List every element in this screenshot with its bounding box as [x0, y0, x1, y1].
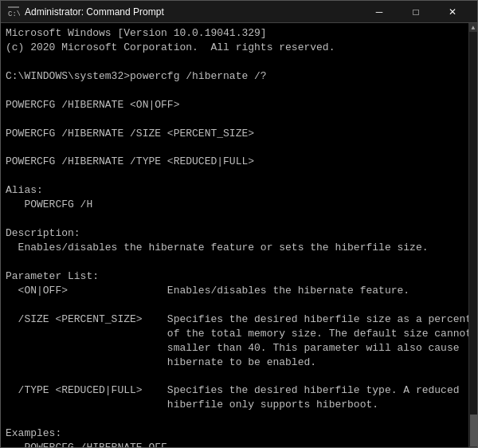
- close-button[interactable]: ✕: [434, 1, 471, 23]
- svg-text:C:\_: C:\_: [8, 10, 20, 18]
- command-prompt-window: C:\_ Administrator: Command Prompt ─ □ ✕…: [0, 0, 478, 448]
- scrollbar-thumb[interactable]: [470, 415, 477, 446]
- scroll-up-arrow[interactable]: ▲: [469, 23, 478, 32]
- window-controls: ─ □ ✕: [361, 1, 471, 23]
- minimize-button[interactable]: ─: [361, 1, 398, 23]
- title-bar: C:\_ Administrator: Command Prompt ─ □ ✕: [1, 1, 477, 23]
- window-title: Administrator: Command Prompt: [25, 6, 361, 18]
- scroll-down-arrow[interactable]: ▼: [469, 446, 478, 447]
- terminal-area: Microsoft Windows [Version 10.0.19041.32…: [1, 23, 477, 447]
- terminal-output[interactable]: Microsoft Windows [Version 10.0.19041.32…: [1, 23, 468, 447]
- scrollbar[interactable]: ▲ ▼: [468, 23, 477, 447]
- cmd-icon: C:\_: [7, 6, 20, 18]
- svg-rect-1: [8, 6, 19, 8]
- maximize-button[interactable]: □: [398, 1, 434, 23]
